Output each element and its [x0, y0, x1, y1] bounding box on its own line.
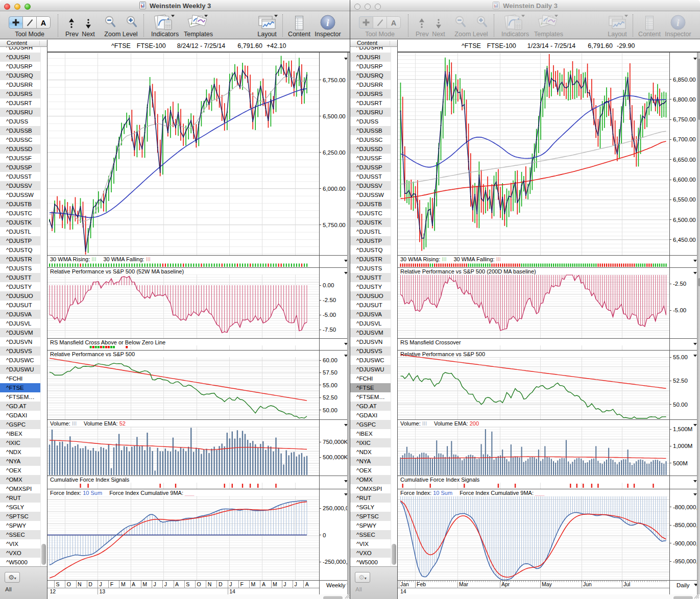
svg-text:-2.50: -2.50 [323, 297, 336, 303]
svg-text:6,750.00: 6,750.00 [323, 77, 346, 83]
svg-text:52.50: 52.50 [323, 394, 337, 401]
svg-text:12: 12 [50, 588, 56, 594]
svg-text:1,000M: 1,000M [673, 443, 692, 449]
svg-text:J: J [229, 581, 232, 587]
svg-text:Daily: Daily [677, 582, 690, 588]
svg-text:S: S [56, 581, 60, 587]
svg-text:750,000K: 750,000K [323, 439, 348, 445]
svg-text:52.50: 52.50 [673, 378, 688, 384]
svg-text:M: M [273, 581, 277, 587]
svg-text:1,500M: 1,500M [673, 426, 692, 432]
svg-text:14: 14 [229, 588, 235, 594]
svg-text:A: A [175, 581, 179, 587]
svg-text:Volume: IIIVolume EMA: 52: Volume: IIIVolume EMA: 52 [50, 420, 126, 427]
svg-text:Relative Performance vs S&P 50: Relative Performance vs S&P 500 (52W MA … [50, 268, 184, 274]
svg-text:A: A [262, 581, 265, 587]
svg-text:-2.50: -2.50 [673, 281, 686, 287]
svg-text:M: M [251, 581, 256, 587]
svg-text:-7.50: -7.50 [323, 327, 336, 333]
svg-text:A: A [132, 581, 135, 587]
svg-text:M: M [121, 581, 126, 587]
svg-text:57.50: 57.50 [323, 369, 337, 376]
svg-text:F: F [240, 581, 243, 587]
svg-text:60.00: 60.00 [323, 357, 337, 363]
svg-text:S: S [186, 581, 189, 587]
svg-text:Jul: Jul [623, 581, 630, 587]
svg-text:J: J [295, 581, 297, 587]
svg-text:0.00: 0.00 [323, 282, 334, 288]
svg-text:0: 0 [323, 532, 326, 538]
svg-text:Jun: Jun [583, 581, 592, 587]
svg-text:50.00: 50.00 [323, 407, 337, 413]
svg-text:Relative Performance vs S&P 50: Relative Performance vs S&P 500 (200D MA… [400, 268, 536, 274]
svg-text:Mar: Mar [459, 581, 469, 587]
svg-text:55.00: 55.00 [673, 354, 688, 360]
svg-text:F: F [110, 581, 113, 587]
svg-text:50.00: 50.00 [673, 402, 688, 408]
svg-text:N: N [78, 581, 82, 587]
svg-text:May: May [542, 581, 552, 587]
svg-text:J: J [99, 581, 102, 587]
svg-text:6,250.00: 6,250.00 [323, 149, 346, 156]
svg-text:250,000,00: 250,000,00 [323, 505, 350, 511]
svg-text:500,000K: 500,000K [323, 454, 348, 460]
svg-text:M: M [142, 581, 147, 587]
svg-text:13: 13 [99, 588, 105, 594]
svg-text:A: A [305, 581, 309, 587]
svg-text:6,750.00: 6,750.00 [673, 116, 696, 122]
svg-text:-900,000,00: -900,000,00 [673, 540, 699, 546]
svg-text:6,650.00: 6,650.00 [673, 157, 696, 163]
svg-text:A: A [41, 19, 46, 27]
svg-text:Apr: Apr [501, 581, 510, 587]
svg-text:J: J [164, 581, 167, 587]
svg-text:-800,000,00: -800,000,00 [673, 504, 699, 510]
svg-text:Feb: Feb [417, 581, 426, 587]
svg-text:6,600.00: 6,600.00 [673, 177, 696, 183]
svg-text:-950,000,00: -950,000,00 [673, 558, 699, 564]
svg-text:14: 14 [400, 588, 406, 594]
svg-text:Force Index: 10 SumForce Index: Force Index: 10 SumForce Index Cumulativ… [50, 490, 195, 496]
svg-text:Weekly: Weekly [326, 582, 346, 588]
svg-text:5,750.00: 5,750.00 [323, 222, 346, 228]
svg-text:RS Mansfield Cross Above or Be: RS Mansfield Cross Above or Below Zero L… [50, 339, 165, 345]
svg-text:Force Index: 10 SumForce Index: Force Index: 10 SumForce Index Cumulativ… [400, 490, 545, 496]
svg-text:-5.00: -5.00 [673, 307, 686, 313]
svg-text:6,850.00: 6,850.00 [673, 77, 696, 83]
svg-text:J: J [154, 581, 156, 587]
svg-text:i: i [326, 17, 329, 28]
svg-text:i: i [677, 17, 680, 28]
svg-text:6,700.00: 6,700.00 [673, 136, 696, 142]
svg-text:55.00: 55.00 [323, 382, 337, 388]
svg-text:J: J [283, 581, 286, 587]
svg-text:-850,000,00: -850,000,00 [673, 522, 699, 528]
svg-text:O: O [67, 581, 71, 587]
svg-text:-5.00: -5.00 [323, 312, 336, 318]
svg-text:6,450.00: 6,450.00 [673, 237, 696, 243]
svg-text:Jan: Jan [400, 581, 409, 587]
svg-text:Cumulative Force Index Signals: Cumulative Force Index Signals [50, 477, 130, 483]
svg-text:6,550.00: 6,550.00 [673, 196, 696, 203]
svg-text:6,000.00: 6,000.00 [323, 186, 346, 192]
svg-text:Relative Performance vs S&P 50: Relative Performance vs S&P 500 [50, 351, 135, 357]
svg-text:N: N [208, 581, 212, 587]
svg-text:Volume: IIIVolume EMA: 200: Volume: IIIVolume EMA: 200 [400, 420, 479, 427]
svg-text:500M: 500M [673, 460, 688, 466]
svg-text:6,500.00: 6,500.00 [673, 217, 696, 223]
svg-text:D: D [88, 581, 92, 587]
svg-text:6,800.00: 6,800.00 [673, 96, 696, 103]
svg-text:D: D [219, 581, 223, 587]
svg-text:O: O [197, 581, 201, 587]
svg-text:6,500.00: 6,500.00 [323, 113, 346, 119]
svg-text:Cumulative Force Index Signals: Cumulative Force Index Signals [400, 477, 480, 483]
svg-text:RS Mansfield Crossover: RS Mansfield Crossover [400, 339, 461, 345]
svg-text:A: A [391, 19, 397, 27]
svg-text:-250,000,00: -250,000,00 [323, 559, 350, 565]
